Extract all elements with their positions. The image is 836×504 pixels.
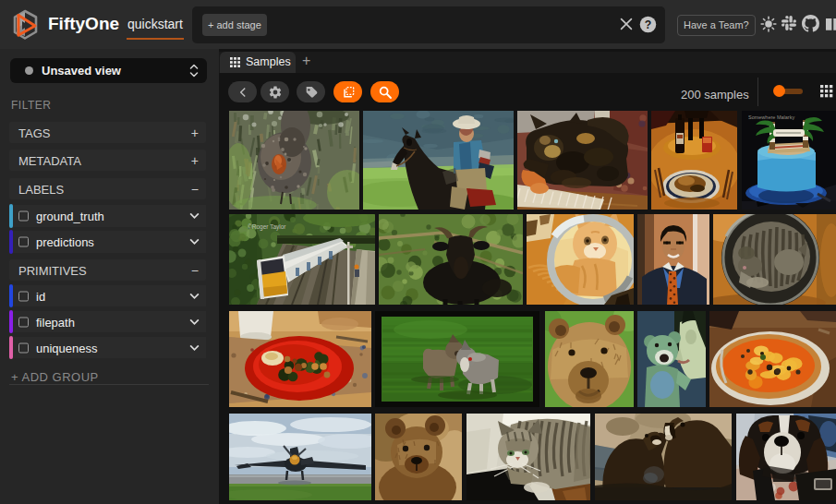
svg-text:Somewhere Malarky: Somewhere Malarky (748, 114, 794, 120)
svg-text:?: ? (645, 18, 651, 31)
svg-text:©Roger Taylor: ©Roger Taylor (248, 223, 286, 231)
